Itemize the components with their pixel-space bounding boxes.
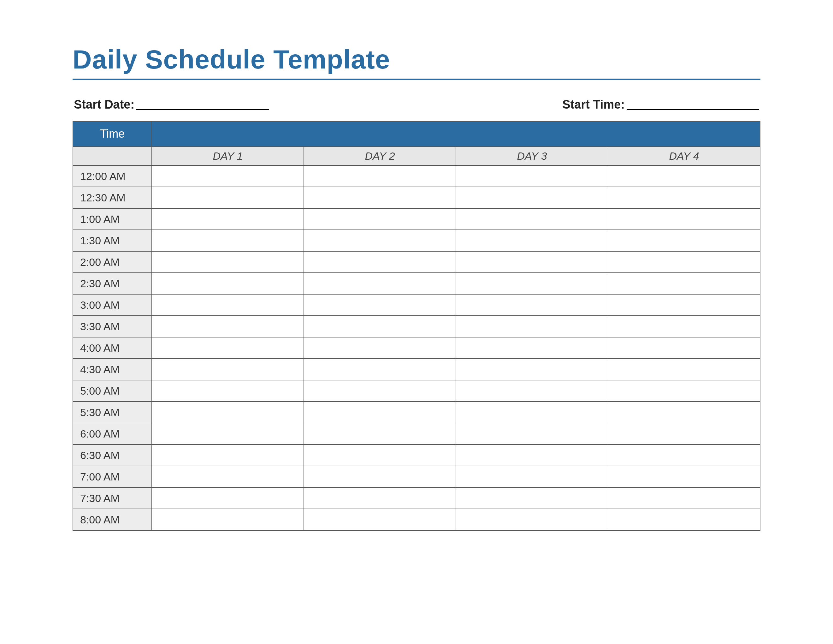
schedule-cell[interactable]: [608, 316, 760, 337]
schedule-cell[interactable]: [456, 359, 608, 380]
schedule-cell[interactable]: [152, 444, 304, 466]
schedule-cell[interactable]: [304, 316, 456, 337]
schedule-cell[interactable]: [152, 166, 304, 187]
schedule-cell[interactable]: [304, 187, 456, 208]
schedule-cell[interactable]: [608, 251, 760, 273]
schedule-cell[interactable]: [152, 359, 304, 380]
schedule-cell[interactable]: [456, 423, 608, 444]
schedule-cell[interactable]: [304, 208, 456, 230]
schedule-cell[interactable]: [304, 230, 456, 251]
table-row: 4:30 AM: [73, 359, 760, 380]
schedule-cell[interactable]: [608, 380, 760, 402]
table-row: 4:00 AM: [73, 337, 760, 359]
schedule-cell[interactable]: [456, 208, 608, 230]
schedule-cell[interactable]: [608, 466, 760, 488]
schedule-cell[interactable]: [456, 273, 608, 294]
schedule-cell[interactable]: [608, 166, 760, 187]
time-cell: 4:00 AM: [73, 337, 152, 359]
schedule-cell[interactable]: [304, 466, 456, 488]
time-cell: 1:00 AM: [73, 208, 152, 230]
schedule-cell[interactable]: [152, 488, 304, 509]
table-row: 2:30 AM: [73, 273, 760, 294]
schedule-cell[interactable]: [152, 402, 304, 423]
schedule-cell[interactable]: [456, 380, 608, 402]
schedule-cell[interactable]: [304, 294, 456, 316]
schedule-cell[interactable]: [152, 208, 304, 230]
table-row: 7:00 AM: [73, 466, 760, 488]
table-row: 6:00 AM: [73, 423, 760, 444]
schedule-cell[interactable]: [608, 230, 760, 251]
time-cell: 2:30 AM: [73, 273, 152, 294]
table-row: 2:00 AM: [73, 251, 760, 273]
schedule-cell[interactable]: [608, 208, 760, 230]
schedule-cell[interactable]: [456, 230, 608, 251]
start-time-label: Start Time:: [562, 98, 627, 111]
schedule-cell[interactable]: [152, 294, 304, 316]
schedule-cell[interactable]: [304, 380, 456, 402]
schedule-cell[interactable]: [608, 273, 760, 294]
schedule-cell[interactable]: [304, 423, 456, 444]
schedule-cell[interactable]: [152, 337, 304, 359]
day-header-blank: [73, 147, 152, 166]
schedule-cell[interactable]: [608, 444, 760, 466]
time-column-header: Time: [73, 121, 152, 147]
schedule-cell[interactable]: [456, 187, 608, 208]
schedule-cell[interactable]: [456, 337, 608, 359]
schedule-cell[interactable]: [304, 488, 456, 509]
schedule-cell[interactable]: [456, 316, 608, 337]
time-cell: 2:00 AM: [73, 251, 152, 273]
schedule-cell[interactable]: [608, 509, 760, 530]
time-cell: 7:00 AM: [73, 466, 152, 488]
day-header-4: DAY 4: [608, 147, 760, 166]
schedule-cell[interactable]: [608, 488, 760, 509]
schedule-cell[interactable]: [608, 423, 760, 444]
schedule-cell[interactable]: [304, 337, 456, 359]
schedule-cell[interactable]: [456, 488, 608, 509]
schedule-cell[interactable]: [456, 251, 608, 273]
schedule-cell[interactable]: [304, 251, 456, 273]
schedule-cell[interactable]: [456, 509, 608, 530]
table-row: 12:00 AM: [73, 166, 760, 187]
schedule-cell[interactable]: [456, 402, 608, 423]
schedule-cell[interactable]: [608, 359, 760, 380]
schedule-cell[interactable]: [456, 466, 608, 488]
schedule-cell[interactable]: [152, 187, 304, 208]
schedule-cell[interactable]: [152, 380, 304, 402]
day-header-2: DAY 2: [304, 147, 456, 166]
schedule-cell[interactable]: [456, 294, 608, 316]
schedule-cell[interactable]: [304, 273, 456, 294]
page-title: Daily Schedule Template: [72, 44, 761, 75]
table-header-row-days: DAY 1 DAY 2 DAY 3 DAY 4: [73, 147, 760, 166]
schedule-cell[interactable]: [152, 251, 304, 273]
schedule-cell[interactable]: [608, 337, 760, 359]
meta-row: Start Date: Start Time:: [74, 98, 759, 111]
start-time-group: Start Time:: [562, 98, 759, 111]
schedule-cell[interactable]: [152, 316, 304, 337]
time-cell: 5:30 AM: [73, 402, 152, 423]
schedule-cell[interactable]: [608, 187, 760, 208]
schedule-cell[interactable]: [152, 509, 304, 530]
time-cell: 7:30 AM: [73, 488, 152, 509]
schedule-cell[interactable]: [304, 509, 456, 530]
schedule-cell[interactable]: [152, 423, 304, 444]
schedule-cell[interactable]: [608, 294, 760, 316]
schedule-cell[interactable]: [456, 166, 608, 187]
schedule-cell[interactable]: [304, 166, 456, 187]
time-cell: 6:30 AM: [73, 444, 152, 466]
schedule-cell[interactable]: [456, 444, 608, 466]
start-time-field[interactable]: [627, 109, 759, 110]
time-cell: 5:00 AM: [73, 380, 152, 402]
schedule-cell[interactable]: [304, 402, 456, 423]
table-row: 12:30 AM: [73, 187, 760, 208]
schedule-cell[interactable]: [304, 444, 456, 466]
time-cell: 6:00 AM: [73, 423, 152, 444]
schedule-cell[interactable]: [608, 402, 760, 423]
schedule-cell[interactable]: [152, 466, 304, 488]
schedule-cell[interactable]: [304, 359, 456, 380]
table-header-row-primary: Time: [73, 121, 760, 147]
day-header-1: DAY 1: [152, 147, 304, 166]
start-date-field[interactable]: [136, 109, 269, 110]
day-header-3: DAY 3: [456, 147, 608, 166]
schedule-cell[interactable]: [152, 230, 304, 251]
schedule-cell[interactable]: [152, 273, 304, 294]
